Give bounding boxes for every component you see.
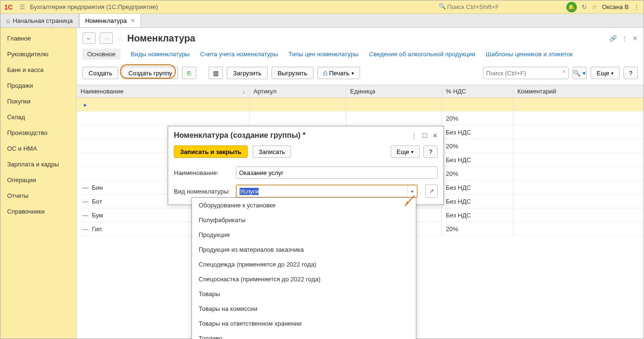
create-button[interactable]: Создать xyxy=(82,67,118,79)
sidebar-item-assets[interactable]: ОС и НМА xyxy=(0,141,76,156)
header-row: ← → ☆ Номенклатура 🔗 ⋮ ✕ xyxy=(77,28,644,46)
global-search-wrap xyxy=(438,2,562,12)
printer-icon: ⎙ xyxy=(323,70,327,77)
combo-dropdown-icon[interactable]: ▾ xyxy=(407,185,417,197)
search-button[interactable]: 🔍 ▾ xyxy=(573,67,587,79)
col-name[interactable]: Наименование↓ xyxy=(77,85,250,97)
menu-dots-icon[interactable]: ⋮ xyxy=(622,35,628,42)
user-name[interactable]: Оксана В xyxy=(602,3,629,10)
sidebar-item-sales[interactable]: Продажи xyxy=(0,78,76,93)
col-article[interactable]: Артикул xyxy=(250,85,346,97)
load-button[interactable]: Загрузить xyxy=(227,67,267,79)
save-button[interactable]: Записать xyxy=(252,145,292,158)
sidebar-item-warehouse[interactable]: Склад xyxy=(0,109,76,125)
tab-close-icon[interactable]: ✕ xyxy=(131,18,135,24)
sidebar-item-reports[interactable]: Отчеты xyxy=(0,188,76,204)
dropdown-item[interactable]: Топливо xyxy=(192,331,416,339)
row-icon: ▸ xyxy=(80,101,90,108)
dialog-menu-icon[interactable]: ⋮ xyxy=(411,132,417,139)
more-button[interactable]: Еще ▾ xyxy=(591,67,620,79)
tab-home-label: Начальная страница xyxy=(13,17,73,24)
sidebar-item-refs[interactable]: Справочники xyxy=(0,204,76,219)
combo-type: ▾ xyxy=(236,185,418,198)
print-label: Печать xyxy=(329,70,350,77)
print-button[interactable]: ⎙ Печать ▾ xyxy=(317,67,360,79)
tab-nomenclature[interactable]: Номенклатура ✕ xyxy=(79,14,141,27)
user-menu-icon[interactable]: ⋮ xyxy=(634,3,640,10)
dialog-buttons: Записать и закрыть Записать Еще ▾ ? xyxy=(168,144,443,164)
link-labels[interactable]: Шаблоны ценников и этикеток xyxy=(486,51,573,58)
sidebar-item-operations[interactable]: Операции xyxy=(0,172,76,188)
dropdown-item[interactable]: Товары на ответственном хранении xyxy=(192,316,416,331)
global-search-input[interactable] xyxy=(438,2,562,12)
tab-home[interactable]: ⌂ Начальная страница xyxy=(0,14,79,27)
page-title: Номенклатура xyxy=(127,33,195,44)
page-links: Основное Виды номенклатуры Счета учета н… xyxy=(77,46,644,63)
col-unit[interactable]: Единица xyxy=(346,85,442,97)
header-right: 🔗 ⋮ ✕ xyxy=(609,35,638,42)
list-search-wrap: × xyxy=(483,67,569,79)
link-icon[interactable]: 🔗 xyxy=(609,35,617,42)
dropdown-item[interactable]: Товары на комиссии xyxy=(192,301,416,316)
list-search-input[interactable] xyxy=(483,67,569,79)
type-dropdown: Оборудование к установкеПолуфабрикатыПро… xyxy=(191,197,416,339)
dropdown-item[interactable]: Оборудование к установке xyxy=(192,198,416,213)
create-group-dialog: Номенклатура (создание группы) * ⋮ ☐ ✕ З… xyxy=(168,126,444,205)
search-clear-icon[interactable]: × xyxy=(563,69,565,74)
table-row[interactable]: 20% xyxy=(77,112,644,125)
unload-button[interactable]: Выгрузить xyxy=(272,67,313,79)
dialog-more-label: Еще xyxy=(397,148,409,155)
sidebar-item-salary[interactable]: Зарплата и кадры xyxy=(0,156,76,172)
sidebar-item-purchases[interactable]: Покупки xyxy=(0,93,76,109)
input-name[interactable] xyxy=(236,166,438,179)
home-icon: ⌂ xyxy=(6,17,10,24)
row-icon: — xyxy=(80,212,90,219)
toolbar: Создать Создать группу ⎘ ▥ Загрузить Выг… xyxy=(77,63,644,85)
dropdown-item[interactable]: Спецодежда (применяется до 2022 года) xyxy=(192,257,416,272)
combo-type-input[interactable] xyxy=(237,185,407,197)
dialog-maximize-icon[interactable]: ☐ xyxy=(422,132,428,139)
favorite-icon[interactable]: ☆ xyxy=(592,3,597,10)
link-accounts[interactable]: Счета учета номенклатуры xyxy=(200,51,278,58)
menu-icon[interactable]: ☰ xyxy=(20,3,25,10)
label-name: Наименование: xyxy=(174,169,231,176)
close-page-icon[interactable]: ✕ xyxy=(633,35,638,42)
sidebar-item-bank[interactable]: Банк и касса xyxy=(0,62,76,78)
create-group-button[interactable]: Создать группу xyxy=(122,67,178,79)
label-type: Вид номенклатуры: xyxy=(174,188,231,195)
sidebar-item-production[interactable]: Производство xyxy=(0,125,76,141)
dropdown-item[interactable]: Товары xyxy=(192,287,416,301)
sidebar-item-main[interactable]: Главное xyxy=(0,31,76,46)
dropdown-item[interactable]: Полуфабрикаты xyxy=(192,213,416,227)
copy-button[interactable]: ⎘ xyxy=(182,67,196,79)
col-vat[interactable]: % НДС xyxy=(442,85,513,97)
more-label: Еще xyxy=(597,70,609,77)
dropdown-item[interactable]: Продукция из материалов заказчика xyxy=(192,242,416,257)
sidebar: Главное Руководителю Банк и касса Продаж… xyxy=(0,28,77,339)
link-price-types[interactable]: Типы цен номенклатуры xyxy=(289,51,359,58)
barcode-button[interactable]: ▥ xyxy=(209,67,223,79)
tab-label: Номенклатура xyxy=(85,17,127,24)
table-row[interactable]: ▸ xyxy=(77,98,644,112)
notifications-icon[interactable]: 🔔 xyxy=(566,2,577,12)
dialog-title: Номенклатура (создание группы) * xyxy=(174,131,306,140)
link-current[interactable]: Основное xyxy=(82,49,121,60)
col-comment[interactable]: Комментарий xyxy=(513,85,644,97)
nav-back-button[interactable]: ← xyxy=(82,32,96,44)
dialog-more-button[interactable]: Еще ▾ xyxy=(391,145,420,158)
favorite-page-icon[interactable]: ☆ xyxy=(117,34,123,43)
logo-1c: 1C xyxy=(4,3,13,11)
sidebar-item-manager[interactable]: Руководителю xyxy=(0,46,76,62)
nav-forward-button[interactable]: → xyxy=(100,32,113,44)
content: ← → ☆ Номенклатура 🔗 ⋮ ✕ Основное Виды н… xyxy=(77,28,644,339)
link-types[interactable]: Виды номенклатуры xyxy=(131,51,190,58)
dropdown-item[interactable]: Спецоснастка (применяется до 2022 года) xyxy=(192,272,416,287)
dialog-help-button[interactable]: ? xyxy=(423,145,438,158)
dialog-close-icon[interactable]: ✕ xyxy=(433,132,438,139)
link-alcohol[interactable]: Сведения об алкогольной продукции xyxy=(369,51,475,58)
save-and-close-button[interactable]: Записать и закрыть xyxy=(174,145,248,158)
help-button[interactable]: ? xyxy=(624,67,638,79)
combo-open-button[interactable]: ↗ xyxy=(425,185,438,198)
history-icon[interactable]: ↻ xyxy=(582,3,587,10)
dropdown-item[interactable]: Продукция xyxy=(192,227,416,242)
